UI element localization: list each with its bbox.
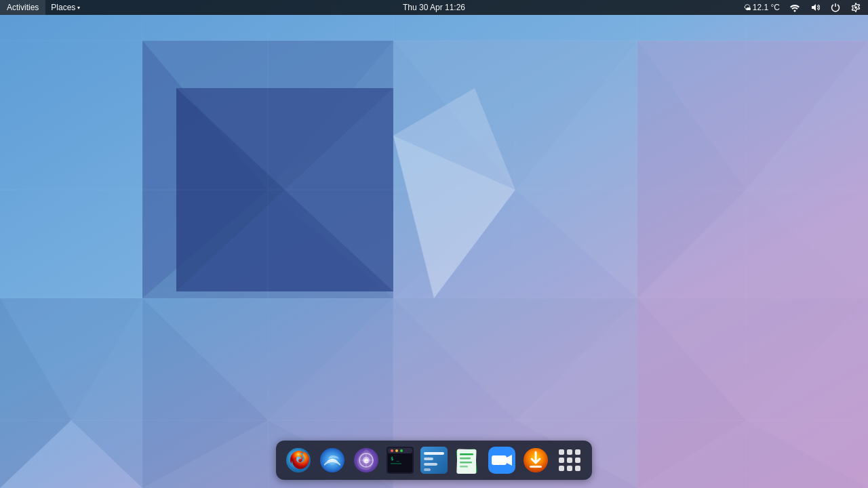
- svg-rect-68: [424, 468, 431, 471]
- svg-rect-73: [460, 458, 471, 460]
- grid-dot-2: [567, 449, 572, 455]
- top-panel: Activities Places ▾ Thu 30 Apr 11:26 🌤 1…: [0, 0, 868, 15]
- panel-left: Activities Places ▾: [0, 0, 85, 15]
- weather-icon: 🌤: [744, 3, 751, 12]
- volume-indicator[interactable]: [806, 0, 825, 15]
- grid-dot-8: [567, 466, 572, 471]
- dock-item-thunderbird[interactable]: [317, 445, 348, 476]
- dock-item-zoom[interactable]: [486, 445, 517, 476]
- grid-dot-9: [575, 466, 580, 471]
- grid-dot-7: [559, 466, 564, 471]
- svg-point-50: [328, 458, 337, 465]
- svg-text:$ _: $ _: [391, 456, 399, 462]
- dock-item-draw[interactable]: [452, 445, 484, 476]
- system-menu[interactable]: [846, 0, 865, 15]
- svg-point-58: [391, 449, 393, 452]
- thunderbird-icon: [319, 447, 346, 474]
- svg-text:e: e: [364, 456, 369, 465]
- svg-rect-72: [460, 453, 473, 455]
- svg-point-60: [400, 449, 403, 452]
- draw-icon: [454, 447, 481, 474]
- update-icon: [522, 447, 549, 474]
- svg-point-47: [854, 6, 857, 9]
- dock-item-firefox[interactable]: [283, 445, 314, 476]
- wallpaper-pattern: [0, 0, 868, 488]
- dock-item-emacs[interactable]: e: [351, 445, 382, 476]
- places-menu[interactable]: Places ▾: [45, 0, 85, 15]
- system-menu-icon: [850, 2, 861, 13]
- network-indicator[interactable]: [785, 0, 804, 15]
- apps-grid: [559, 449, 580, 471]
- weather-indicator[interactable]: 🌤 12.1 °C: [740, 0, 784, 15]
- emacs-icon: e: [353, 447, 380, 474]
- svg-rect-66: [424, 458, 433, 460]
- panel-right: 🌤 12.1 °C: [740, 0, 868, 15]
- svg-point-46: [794, 10, 796, 12]
- temperature-display: 12.1 °C: [753, 3, 780, 12]
- svg-rect-65: [424, 452, 444, 455]
- datetime-display[interactable]: Thu 30 Apr 11:26: [403, 3, 465, 12]
- svg-rect-67: [424, 463, 437, 466]
- svg-rect-74: [460, 462, 472, 464]
- dock-item-apps[interactable]: [554, 445, 585, 476]
- zoom-icon: [488, 447, 515, 474]
- volume-icon: [810, 2, 821, 13]
- apps-grid-icon: [556, 447, 583, 474]
- dock-item-kanboard[interactable]: [418, 445, 450, 476]
- svg-rect-80: [530, 466, 542, 468]
- firefox-icon: [285, 447, 312, 474]
- chevron-down-icon: ▾: [77, 5, 80, 11]
- svg-rect-77: [492, 455, 507, 465]
- grid-dot-1: [559, 449, 564, 455]
- power-icon: [830, 2, 841, 13]
- grid-dot-4: [559, 458, 564, 463]
- power-indicator[interactable]: [826, 0, 845, 15]
- grid-dot-5: [567, 458, 572, 463]
- grid-dot-3: [575, 449, 580, 455]
- taskbar-dock: e $ _: [276, 441, 592, 480]
- svg-point-59: [395, 449, 398, 452]
- dock-item-update[interactable]: [520, 445, 551, 476]
- network-icon: [789, 2, 800, 13]
- kanboard-icon: [420, 447, 448, 474]
- activities-button[interactable]: Activities: [0, 0, 45, 15]
- places-label: Places: [51, 3, 75, 12]
- panel-center: Thu 30 Apr 11:26: [403, 3, 465, 12]
- terminal-icon: $ _: [387, 447, 414, 474]
- svg-rect-75: [460, 466, 468, 468]
- grid-dot-6: [575, 458, 580, 463]
- dock-item-terminal[interactable]: $ _: [384, 445, 416, 476]
